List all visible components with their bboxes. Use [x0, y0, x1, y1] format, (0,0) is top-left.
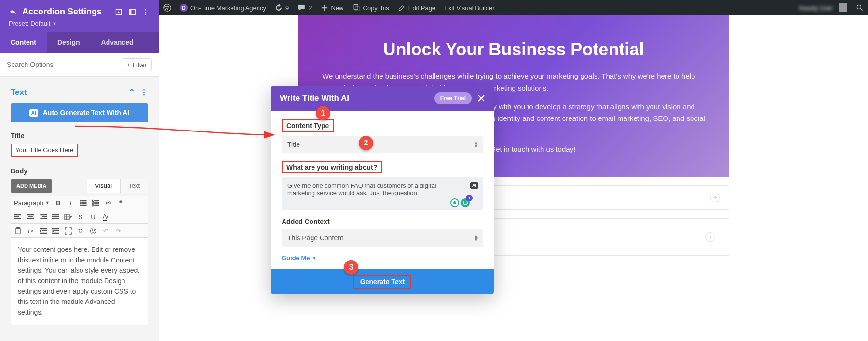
- annotation-bubble-2: 2: [359, 136, 373, 150]
- italic-button[interactable]: I: [67, 199, 75, 207]
- outdent-button[interactable]: [39, 227, 47, 235]
- page-canvas: Unlock Your Business Potential We unders…: [159, 15, 868, 341]
- svg-rect-29: [40, 214, 46, 215]
- triangle-down-icon: ▼: [312, 256, 317, 261]
- add-media-button[interactable]: ADD MEDIA: [11, 179, 52, 193]
- wysiwyg-editor: Paragraph ▼ B I 123 ❝ ▾ S U A▾ T×: [11, 196, 148, 325]
- svg-rect-16: [82, 205, 86, 206]
- module-settings-sidebar: Accordion Settings Preset: Default ▼ Con…: [0, 0, 159, 341]
- preset-selector[interactable]: Preset: Default ▼: [9, 20, 150, 27]
- strike-button[interactable]: S: [77, 213, 84, 221]
- ul-button[interactable]: [80, 199, 87, 207]
- svg-rect-1: [354, 5, 358, 10]
- prompt-textarea[interactable]: Give me one common FAQ that customers of…: [282, 177, 483, 210]
- guide-me-link[interactable]: Guide Me ▼: [282, 254, 483, 262]
- svg-point-10: [145, 13, 147, 15]
- fullscreen-button[interactable]: [64, 227, 72, 235]
- accordion-expand-icon: +: [710, 193, 720, 202]
- editor-mode-visual[interactable]: Visual: [87, 179, 120, 193]
- undo-arrow-icon: [9, 8, 17, 16]
- underline-button[interactable]: U: [89, 213, 97, 221]
- close-button[interactable]: [477, 94, 485, 102]
- svg-rect-7: [129, 9, 132, 14]
- avatar: [839, 3, 847, 12]
- new-link[interactable]: New: [316, 0, 348, 15]
- comments-link[interactable]: 2: [293, 0, 316, 15]
- svg-point-11: [80, 200, 81, 201]
- dock-button[interactable]: [128, 8, 136, 16]
- plus-icon: +: [127, 61, 131, 68]
- svg-text:3: 3: [92, 204, 94, 207]
- user-menu[interactable]: Howdy User: [794, 0, 852, 15]
- collapse-icon[interactable]: ⌃: [128, 87, 135, 97]
- auto-generate-ai-button[interactable]: AI Auto Generate Text With AI: [11, 103, 148, 122]
- emoji-button[interactable]: [89, 227, 97, 235]
- special-char-button[interactable]: Ω: [77, 227, 84, 235]
- indent-button[interactable]: [52, 227, 59, 235]
- bold-button[interactable]: B: [54, 199, 62, 207]
- ol-button[interactable]: 123: [92, 199, 100, 207]
- svg-rect-18: [95, 200, 99, 201]
- editor-toolbar-row-1: Paragraph ▼ B I 123 ❝: [11, 196, 148, 210]
- content-type-label: Content Type: [282, 119, 334, 132]
- clone-link[interactable]: Copy this: [348, 0, 393, 15]
- divi-logo-icon: D: [180, 4, 188, 12]
- format-select[interactable]: Paragraph ▼: [14, 199, 50, 207]
- svg-point-9: [145, 11, 147, 13]
- divi-site-link[interactable]: D On-Time Marketing Agency: [176, 0, 271, 15]
- annotation-bubble-3: 3: [344, 260, 358, 275]
- free-trial-pill[interactable]: Free Trial: [434, 92, 472, 104]
- generate-text-button[interactable]: Generate Text: [353, 275, 411, 289]
- quote-button[interactable]: ❝: [117, 199, 125, 207]
- redo-button[interactable]: ↷: [114, 227, 122, 235]
- search-input[interactable]: [7, 58, 117, 71]
- sidebar-toolbar: + Filter: [0, 53, 159, 77]
- updates-link[interactable]: 9: [271, 0, 293, 15]
- align-center-button[interactable]: [27, 213, 34, 221]
- tab-design[interactable]: Design: [47, 32, 91, 53]
- svg-rect-36: [15, 228, 20, 233]
- editor-mode-text[interactable]: Text: [120, 179, 148, 193]
- align-left-button[interactable]: [14, 213, 22, 221]
- comments-count: 2: [308, 4, 312, 12]
- body-textarea[interactable]: Your content goes here. Edit or remove t…: [11, 238, 148, 325]
- align-right-button[interactable]: [39, 213, 47, 221]
- content-type-select[interactable]: Title ▲▼: [282, 136, 483, 153]
- settings-tabs: Content Design Advanced: [0, 32, 159, 53]
- wp-logo[interactable]: [159, 0, 176, 15]
- align-justify-button[interactable]: [52, 213, 59, 221]
- section-kebab-icon[interactable]: ⋮: [140, 87, 148, 97]
- layout-icon: [128, 8, 136, 16]
- generate-bar: Generate Text: [271, 269, 494, 294]
- edit-page-link[interactable]: Edit Page: [393, 0, 440, 15]
- wp-admin-bar: D On-Time Marketing Agency 9 2 New Copy …: [159, 0, 868, 15]
- filter-button[interactable]: + Filter: [122, 58, 152, 71]
- search-toggle[interactable]: [852, 0, 868, 15]
- table-button[interactable]: ▾: [64, 213, 72, 221]
- added-context-select[interactable]: This Page Content ▲▼: [282, 229, 483, 247]
- section-text-header[interactable]: Text ⌃ ⋮: [11, 87, 148, 97]
- textcolor-button[interactable]: A▾: [102, 213, 109, 221]
- responsive-button[interactable]: [114, 8, 123, 16]
- svg-rect-28: [27, 218, 33, 219]
- back-button[interactable]: [9, 8, 17, 16]
- ai-modal-title: Write Title With AI: [280, 93, 349, 103]
- clear-format-button[interactable]: T×: [27, 227, 34, 235]
- svg-rect-26: [27, 214, 33, 215]
- link-button[interactable]: [105, 199, 112, 207]
- paste-button[interactable]: [14, 227, 22, 235]
- svg-point-5: [118, 11, 119, 13]
- more-button[interactable]: [141, 8, 150, 16]
- tab-advanced[interactable]: Advanced: [91, 32, 144, 53]
- undo-button[interactable]: ↶: [102, 227, 109, 235]
- title-input[interactable]: Your Title Goes Here: [11, 144, 78, 157]
- kebab-icon: [142, 8, 149, 16]
- tab-content[interactable]: Content: [0, 32, 47, 53]
- grammarly-logo-icon: 1: [461, 198, 470, 207]
- exit-builder-link[interactable]: Exit Visual Builder: [440, 0, 499, 15]
- grammarly-widget[interactable]: 1: [450, 198, 470, 207]
- svg-rect-25: [14, 218, 21, 219]
- svg-rect-33: [52, 216, 59, 217]
- svg-rect-34: [52, 218, 59, 219]
- close-icon: [477, 94, 485, 102]
